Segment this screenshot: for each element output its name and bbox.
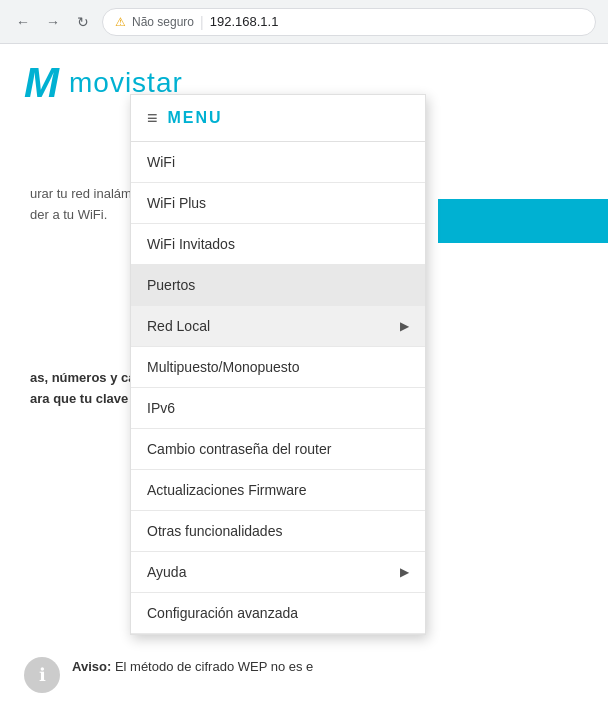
not-secure-label: Não seguro (132, 15, 194, 29)
notice-body: El método de cifrado WEP no es e (115, 659, 313, 674)
menu-item-cambio-contrasena[interactable]: Cambio contraseña del router (131, 429, 425, 470)
menu-item-wifi-label: WiFi (147, 154, 175, 170)
menu-item-puertos-label: Puertos (147, 277, 195, 293)
menu-item-otras-label: Otras funcionalidades (147, 523, 282, 539)
menu-item-configuracion[interactable]: Configuración avanzada (131, 593, 425, 634)
bottom-notice: ℹ Aviso: El método de cifrado WEP no es … (0, 641, 608, 709)
forward-button[interactable]: → (42, 11, 64, 33)
menu-item-wifi[interactable]: WiFi (131, 142, 425, 183)
url-display: 192.168.1.1 (210, 14, 279, 29)
menu-item-wifi-invitados-label: WiFi Invitados (147, 236, 235, 252)
menu-item-multipuesto-label: Multipuesto/Monopuesto (147, 359, 300, 375)
menu-item-wifi-invitados[interactable]: WiFi Invitados (131, 224, 425, 265)
menu-item-configuracion-label: Configuración avanzada (147, 605, 298, 621)
forward-icon: → (46, 14, 60, 30)
hamburger-icon: ≡ (147, 109, 158, 127)
reload-icon: ↻ (77, 14, 89, 30)
address-bar[interactable]: ⚠ Não seguro | 192.168.1.1 (102, 8, 596, 36)
notice-text: Aviso: El método de cifrado WEP no es e (72, 657, 313, 677)
back-icon: ← (16, 14, 30, 30)
reload-button[interactable]: ↻ (72, 11, 94, 33)
menu-item-otras[interactable]: Otras funcionalidades (131, 511, 425, 552)
menu-item-actualizaciones-label: Actualizaciones Firmware (147, 482, 307, 498)
menu-item-puertos[interactable]: Puertos (131, 265, 425, 306)
menu-item-ipv6[interactable]: IPv6 (131, 388, 425, 429)
menu-item-ipv6-label: IPv6 (147, 400, 175, 416)
menu-item-ayuda[interactable]: Ayuda ▶ (131, 552, 425, 593)
menu-item-red-local-label: Red Local (147, 318, 210, 334)
menu-item-wifi-plus[interactable]: WiFi Plus (131, 183, 425, 224)
notice-prefix: Aviso: (72, 659, 111, 674)
menu-item-wifi-plus-label: WiFi Plus (147, 195, 206, 211)
menu-header: ≡ MENU (131, 95, 425, 142)
ayuda-arrow-icon: ▶ (400, 565, 409, 579)
menu-item-ayuda-label: Ayuda (147, 564, 186, 580)
navigation-menu: ≡ MENU WiFi WiFi Plus WiFi Invitados Pue… (130, 94, 426, 635)
menu-item-actualizaciones[interactable]: Actualizaciones Firmware (131, 470, 425, 511)
warning-icon: ⚠ (115, 15, 126, 29)
back-button[interactable]: ← (12, 11, 34, 33)
cyan-accent-box (438, 199, 608, 243)
menu-title: MENU (168, 109, 223, 127)
menu-item-cambio-contrasena-label: Cambio contraseña del router (147, 441, 331, 457)
address-separator: | (200, 14, 204, 30)
menu-item-red-local[interactable]: Red Local ▶ (131, 306, 425, 347)
red-local-arrow-icon: ▶ (400, 319, 409, 333)
browser-chrome: ← → ↻ ⚠ Não seguro | 192.168.1.1 (0, 0, 608, 44)
menu-item-multipuesto[interactable]: Multipuesto/Monopuesto (131, 347, 425, 388)
movistar-m-icon: M (24, 62, 59, 104)
page-content: M movistar urar tu red inalámbric der a … (0, 44, 608, 709)
info-icon: ℹ (24, 657, 60, 693)
